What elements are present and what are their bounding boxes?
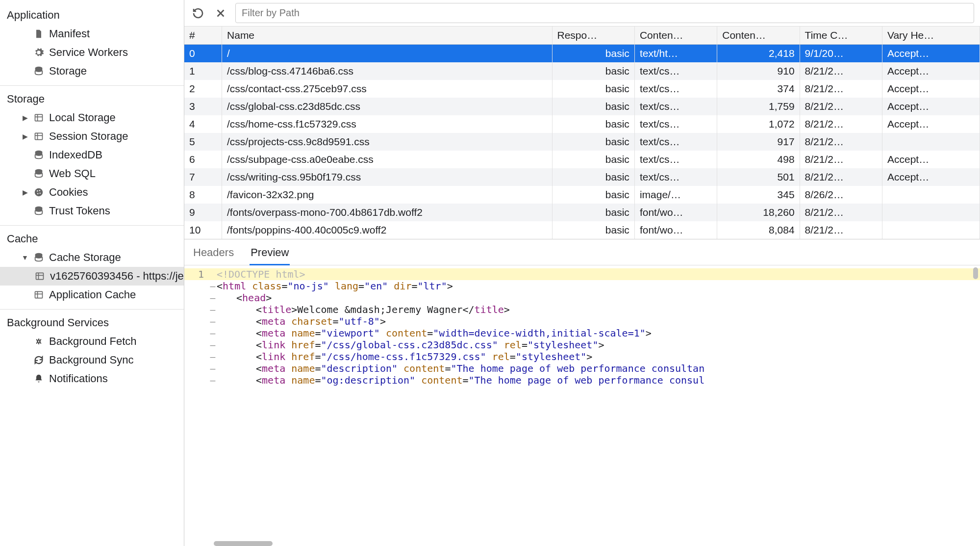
filter-input[interactable] xyxy=(235,3,974,23)
sidebar-item[interactable]: ▶Cookies xyxy=(0,183,184,202)
sidebar-item[interactable]: Service Workers xyxy=(0,43,184,62)
sidebar-item[interactable]: Background Sync xyxy=(0,351,184,369)
cell-response-type: basic xyxy=(552,98,634,115)
cell-content-type: text/cs… xyxy=(634,133,717,151)
table-row[interactable]: 8/favicon-32x32.pngbasicimage/…3458/26/2… xyxy=(184,186,980,204)
col-vary-header[interactable]: Vary He… xyxy=(882,26,980,45)
cell-name: /css/global-css.c23d85dc.css xyxy=(222,98,552,115)
cell-vary: Accept… xyxy=(882,45,980,63)
cell-index: 4 xyxy=(184,115,222,133)
sidebar-item-cache-storage[interactable]: ▼ Cache Storage xyxy=(0,248,184,267)
table-row[interactable]: 10/fonts/poppins-400.40c005c9.woff2basic… xyxy=(184,221,980,239)
fold-toggle-icon[interactable]: – xyxy=(209,281,217,291)
code-line[interactable]: –<meta charset="utf-8"> xyxy=(184,315,980,327)
cell-content-length: 345 xyxy=(717,186,800,204)
sidebar-item[interactable]: Manifest xyxy=(0,25,184,43)
cell-content-type: text/cs… xyxy=(634,168,717,186)
sidebar-item-application-cache[interactable]: Application Cache xyxy=(0,286,184,304)
horizontal-scrollbar-thumb[interactable] xyxy=(214,541,273,546)
code-line[interactable]: –<head> xyxy=(184,292,980,304)
sidebar-item[interactable]: Web SQL xyxy=(0,164,184,183)
sidebar-item[interactable]: Trust Tokens xyxy=(0,202,184,220)
cell-content-type: text/cs… xyxy=(634,151,717,168)
svg-point-12 xyxy=(37,193,38,194)
table-row[interactable]: 1/css/blog-css.47146ba6.cssbasictext/cs…… xyxy=(184,62,980,80)
close-icon[interactable] xyxy=(213,5,228,21)
application-sidebar: Application ManifestService WorkersStora… xyxy=(0,0,184,546)
refresh-icon[interactable] xyxy=(190,5,206,21)
database-icon xyxy=(32,149,45,161)
cell-name: /css/blog-css.47146ba6.css xyxy=(222,62,552,80)
chevron-right-icon[interactable]: ▶ xyxy=(22,132,28,140)
table-row[interactable]: 3/css/global-css.c23d85dc.cssbasictext/c… xyxy=(184,98,980,115)
sidebar-item-cache-entry[interactable]: v1625760393456 - https://je xyxy=(0,267,184,286)
sidebar-item-label: Trust Tokens xyxy=(49,205,110,217)
table-row[interactable]: 5/css/projects-css.9c8d9591.cssbasictext… xyxy=(184,133,980,151)
tab-headers[interactable]: Headers xyxy=(192,243,235,265)
code-line[interactable]: –<html class="no-js" lang="en" dir="ltr"… xyxy=(184,280,980,292)
fold-toggle-icon[interactable]: – xyxy=(209,328,217,338)
divider xyxy=(0,225,184,226)
fold-toggle-icon[interactable]: – xyxy=(209,375,217,386)
code-content: <meta charset="utf-8"> xyxy=(217,315,386,327)
code-line[interactable]: –<title>Welcome &mdash;Jeremy Wagner</ti… xyxy=(184,304,980,315)
sidebar-item-label: Service Workers xyxy=(49,46,128,59)
cell-index: 7 xyxy=(184,168,222,186)
cell-content-length: 910 xyxy=(717,62,800,80)
cell-time-cached: 8/21/2… xyxy=(800,151,882,168)
sidebar-item[interactable]: ▶Session Storage xyxy=(0,127,184,146)
scrollbar-thumb[interactable] xyxy=(973,267,978,279)
table-icon xyxy=(32,288,45,301)
sidebar-item-label: Manifest xyxy=(49,27,90,40)
sidebar-item[interactable]: Background Fetch xyxy=(0,332,184,351)
col-time-cached[interactable]: Time C… xyxy=(800,26,882,45)
fold-toggle-icon[interactable]: – xyxy=(209,305,217,315)
cell-index: 2 xyxy=(184,80,222,98)
chevron-right-icon[interactable]: ▶ xyxy=(22,188,28,196)
tab-preview[interactable]: Preview xyxy=(250,243,290,265)
table-icon xyxy=(32,111,45,124)
table-row[interactable]: 4/css/home-css.f1c57329.cssbasictext/cs…… xyxy=(184,115,980,133)
gear-icon xyxy=(32,46,45,59)
cell-response-type: basic xyxy=(552,133,634,151)
cell-index: 10 xyxy=(184,221,222,239)
table-row[interactable]: 0/basictext/ht…2,4189/1/20…Accept… xyxy=(184,45,980,63)
fold-toggle-icon[interactable]: – xyxy=(209,352,217,362)
col-index[interactable]: # xyxy=(184,26,222,45)
col-content-length[interactable]: Conten… xyxy=(717,26,800,45)
fold-toggle-icon[interactable]: – xyxy=(209,340,217,350)
sidebar-item[interactable]: Storage xyxy=(0,62,184,80)
fold-toggle-icon[interactable]: – xyxy=(209,293,217,303)
sidebar-item[interactable]: IndexedDB xyxy=(0,146,184,164)
code-line[interactable]: –<meta name="og:description" content="Th… xyxy=(184,374,980,386)
table-row[interactable]: 2/css/contact-css.275ceb97.cssbasictext/… xyxy=(184,80,980,98)
code-line[interactable]: –<meta name="description" content="The h… xyxy=(184,363,980,374)
section-application: Application xyxy=(0,5,184,25)
response-preview[interactable]: 1<!DOCTYPE html>–<html class="no-js" lan… xyxy=(184,265,980,546)
code-content: <link href="/css/global-css.c23d85dc.css… xyxy=(217,339,604,351)
col-name[interactable]: Name xyxy=(222,26,552,45)
sidebar-item[interactable]: Notifications xyxy=(0,369,184,388)
sidebar-item[interactable]: ▶Local Storage xyxy=(0,108,184,127)
sidebar-item-label: Session Storage xyxy=(49,130,128,143)
fold-toggle-icon[interactable]: – xyxy=(209,364,217,374)
chevron-down-icon[interactable]: ▼ xyxy=(22,254,28,261)
code-line[interactable]: –<link href="/css/home-css.f1c57329.css"… xyxy=(184,351,980,363)
col-response-type[interactable]: Respo… xyxy=(552,26,634,45)
cell-response-type: basic xyxy=(552,168,634,186)
code-line[interactable]: –<meta name="viewport" content="width=de… xyxy=(184,327,980,339)
table-row[interactable]: 6/css/subpage-css.a0e0eabe.cssbasictext/… xyxy=(184,151,980,168)
table-row[interactable]: 9/fonts/overpass-mono-700.4b8617db.woff2… xyxy=(184,204,980,221)
cell-time-cached: 8/26/2… xyxy=(800,186,882,204)
cell-name: /fonts/poppins-400.40c005c9.woff2 xyxy=(222,221,552,239)
divider xyxy=(0,309,184,310)
chevron-right-icon[interactable]: ▶ xyxy=(22,114,28,122)
svg-point-13 xyxy=(40,193,41,194)
table-row[interactable]: 7/css/writing-css.95b0f179.cssbasictext/… xyxy=(184,168,980,186)
fold-toggle-icon[interactable]: – xyxy=(209,316,217,327)
col-content-type[interactable]: Conten… xyxy=(634,26,717,45)
code-line[interactable]: 1<!DOCTYPE html> xyxy=(184,268,980,280)
code-line[interactable]: –<link href="/css/global-css.c23d85dc.cs… xyxy=(184,339,980,351)
sidebar-item-label: Cookies xyxy=(49,186,88,199)
cell-vary: Accept… xyxy=(882,115,980,133)
